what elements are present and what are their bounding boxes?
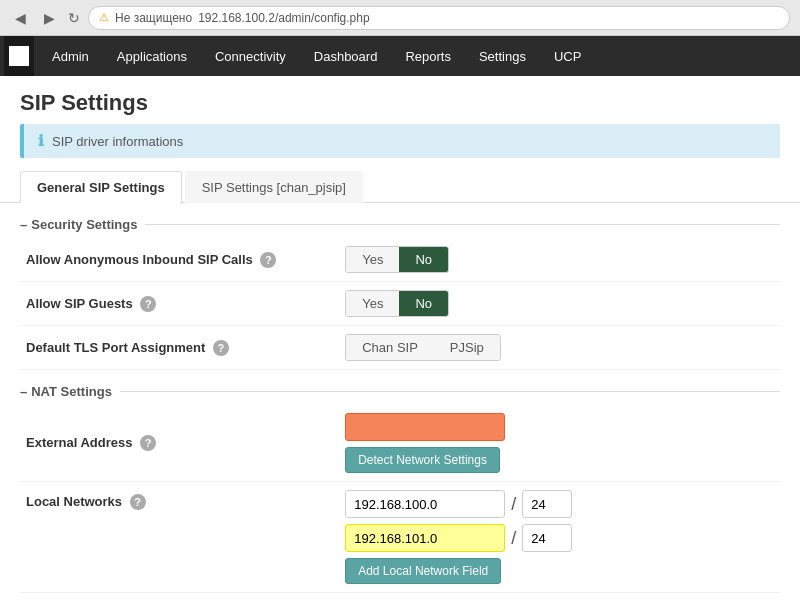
allow-anonymous-yes[interactable]: Yes (346, 247, 399, 272)
external-address-row: External Address ? Detect Network Settin… (20, 405, 780, 482)
tls-port-row: Default TLS Port Assignment ? Chan SIP P… (20, 326, 780, 370)
slash-2: / (511, 528, 516, 549)
tls-port-help-icon[interactable]: ? (213, 340, 229, 356)
network-ip-1[interactable] (345, 490, 505, 518)
allow-sip-guests-toggle: Yes No (345, 290, 449, 317)
external-address-help-icon[interactable]: ? (140, 435, 156, 451)
allow-sip-guests-no[interactable]: No (399, 291, 448, 316)
security-settings-header: Security Settings (20, 217, 780, 232)
nav-reports[interactable]: Reports (391, 36, 465, 76)
network-cidr-2[interactable] (522, 524, 572, 552)
detect-network-btn[interactable]: Detect Network Settings (345, 447, 500, 473)
nav-admin[interactable]: Admin (38, 36, 103, 76)
local-networks-help-icon[interactable]: ? (130, 494, 146, 510)
allow-anonymous-control: Yes No (339, 238, 780, 282)
external-address-control: Detect Network Settings (339, 405, 780, 482)
nav-connectivity[interactable]: Connectivity (201, 36, 300, 76)
info-icon: ℹ (38, 132, 44, 150)
allow-anonymous-row: Allow Anonymous Inbound SIP Calls ? Yes … (20, 238, 780, 282)
info-banner: ℹ SIP driver informations (20, 124, 780, 158)
local-networks-label: Local Networks ? (20, 482, 339, 593)
logo-box (4, 36, 34, 76)
nav-ucp[interactable]: UCP (540, 36, 595, 76)
back-button[interactable]: ◀ (10, 8, 31, 28)
allow-sip-guests-label: Allow SIP Guests ? (20, 282, 339, 326)
logo-icon (9, 46, 29, 66)
tab-general-sip[interactable]: General SIP Settings (20, 171, 182, 203)
tls-port-label: Default TLS Port Assignment ? (20, 326, 339, 370)
slash-1: / (511, 494, 516, 515)
nav-applications[interactable]: Applications (103, 36, 201, 76)
address-text: Не защищено (115, 11, 192, 25)
address-bar[interactable]: ⚠ Не защищено 192.168.100.2/admin/config… (88, 6, 790, 30)
reload-button[interactable]: ↻ (68, 10, 80, 26)
tls-pjsip-btn[interactable]: PJSip (434, 335, 500, 360)
external-address-input[interactable] (345, 413, 505, 441)
allow-sip-guests-yes[interactable]: Yes (346, 291, 399, 316)
allow-sip-guests-help-icon[interactable]: ? (140, 296, 156, 312)
network-ip-2[interactable] (345, 524, 505, 552)
forward-button[interactable]: ▶ (39, 8, 60, 28)
tls-port-control: Chan SIP PJSip (339, 326, 780, 370)
allow-anonymous-label: Allow Anonymous Inbound SIP Calls ? (20, 238, 339, 282)
network-row-2: / (345, 524, 774, 552)
allow-sip-guests-control: Yes No (339, 282, 780, 326)
tls-chan-sip-btn[interactable]: Chan SIP (346, 335, 434, 360)
top-nav: Admin Applications Connectivity Dashboar… (0, 36, 800, 76)
allow-anonymous-help-icon[interactable]: ? (260, 252, 276, 268)
network-row-1: / (345, 490, 774, 518)
nav-dashboard[interactable]: Dashboard (300, 36, 392, 76)
nat-settings-header: NAT Settings (20, 384, 780, 399)
local-networks-row: Local Networks ? / / Add Loca (20, 482, 780, 593)
security-settings-table: Allow Anonymous Inbound SIP Calls ? Yes … (20, 238, 780, 370)
page-header: SIP Settings (0, 76, 800, 124)
local-networks-control: / / Add Local Network Field (339, 482, 780, 593)
allow-anonymous-no[interactable]: No (399, 247, 448, 272)
address-url: 192.168.100.2/admin/config.php (198, 11, 369, 25)
network-cidr-1[interactable] (522, 490, 572, 518)
page-title: SIP Settings (20, 90, 780, 116)
external-address-label: External Address ? (20, 405, 339, 482)
allow-sip-guests-row: Allow SIP Guests ? Yes No (20, 282, 780, 326)
page-content: SIP Settings ℹ SIP driver informations G… (0, 76, 800, 602)
info-banner-text: SIP driver informations (52, 134, 183, 149)
browser-bar: ◀ ▶ ↻ ⚠ Не защищено 192.168.100.2/admin/… (0, 0, 800, 36)
nat-settings-table: External Address ? Detect Network Settin… (20, 405, 780, 593)
tab-chan-pjsip[interactable]: SIP Settings [chan_pjsip] (185, 171, 363, 203)
settings-area: Security Settings Allow Anonymous Inboun… (0, 217, 800, 602)
tls-port-toggle: Chan SIP PJSip (345, 334, 501, 361)
lock-icon: ⚠ (99, 11, 109, 24)
tabs-row: General SIP Settings SIP Settings [chan_… (0, 170, 800, 203)
nav-settings[interactable]: Settings (465, 36, 540, 76)
add-local-network-btn[interactable]: Add Local Network Field (345, 558, 501, 584)
allow-anonymous-toggle: Yes No (345, 246, 449, 273)
